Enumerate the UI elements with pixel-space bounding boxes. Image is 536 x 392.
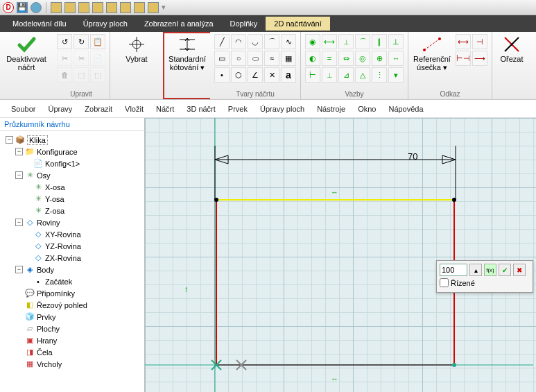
menu-view[interactable]: Zobrazit	[85, 105, 112, 113]
fx-button[interactable]: f(x)	[484, 264, 496, 276]
edit-btn-7[interactable]: 🗑	[57, 67, 72, 83]
tree-faces[interactable]: Plochy	[37, 325, 60, 333]
cancel-icon[interactable]: ✖	[513, 264, 526, 276]
qat-cube-icon-6[interactable]	[120, 2, 131, 13]
c-eq[interactable]: =	[322, 51, 337, 66]
c-14[interactable]: ⟂	[322, 67, 337, 83]
menu-tools[interactable]: Nástroje	[317, 105, 345, 113]
tree-xy[interactable]: XY-Rovina	[45, 230, 81, 239]
tab-view[interactable]: Zobrazení a analýza	[136, 17, 222, 31]
tab-2d-sketch[interactable]: 2D načrtávání	[266, 17, 329, 31]
text-tool[interactable]: a	[281, 67, 296, 83]
c-15[interactable]: ⊿	[338, 67, 354, 83]
tree-config-item[interactable]: Konfig<1>	[45, 160, 80, 168]
arc3-tool[interactable]: ⌒	[264, 34, 279, 49]
c-16[interactable]: △	[355, 67, 370, 83]
spinner-up-icon[interactable]: ▴	[469, 264, 482, 276]
tree-root[interactable]: Klika	[27, 135, 48, 145]
tree-edges[interactable]: Hrany	[37, 336, 57, 345]
tab-surfaces[interactable]: Úpravy ploch	[75, 17, 136, 31]
arc-tool[interactable]: ◠	[231, 34, 246, 49]
ref-btn-4[interactable]: ⟶	[472, 51, 487, 66]
c-conc[interactable]: ◎	[355, 51, 370, 66]
tree-config[interactable]: Konfigurace	[37, 148, 78, 156]
c-perp[interactable]: ⊥	[388, 34, 404, 49]
tree-toggle[interactable]: −	[15, 171, 23, 179]
dimension-button[interactable]: Standardní kótování ▾	[165, 34, 209, 73]
edit-btn-9[interactable]: ⬚	[90, 67, 105, 83]
refline-button[interactable]: Referenční úsečka ▾	[413, 34, 451, 73]
tree-yz[interactable]: YZ-Rovina	[45, 242, 81, 250]
edit-btn-5[interactable]: ✂	[74, 51, 89, 66]
tree-section[interactable]: Řezový pohled	[37, 301, 87, 309]
edit-btn-6[interactable]: 📄	[90, 51, 105, 66]
menu-3dsketch[interactable]: 3D náčrt	[187, 105, 216, 113]
c-dist[interactable]: ↔	[388, 51, 404, 66]
dimension-input[interactable]	[440, 264, 467, 276]
menu-feature[interactable]: Prvek	[228, 105, 248, 113]
rect-tool[interactable]: ▭	[214, 51, 230, 66]
c-tan[interactable]: ⌒	[355, 34, 370, 49]
ref-btn-2[interactable]: ⊣	[472, 34, 487, 49]
menu-edit[interactable]: Úpravy	[48, 105, 72, 113]
c-18[interactable]: ▾	[388, 67, 404, 83]
menu-window[interactable]: Okno	[358, 105, 376, 113]
c-vert[interactable]: ⟂	[338, 34, 354, 49]
circle-tool[interactable]: ○	[231, 51, 246, 66]
tree-cela[interactable]: Čela	[37, 348, 53, 357]
tree-comments[interactable]: Připomínky	[37, 289, 75, 298]
menu-surfedit[interactable]: Úpravy ploch	[260, 105, 304, 113]
menu-insert[interactable]: Vložit	[125, 105, 144, 113]
c-coinc[interactable]: ◉	[305, 34, 320, 49]
qat-globe-icon[interactable]	[31, 2, 42, 13]
menu-file[interactable]: Soubor	[11, 105, 35, 113]
qat-cube-icon-4[interactable]	[92, 2, 103, 13]
c-mid[interactable]: ◐	[305, 51, 320, 66]
bezier-tool[interactable]: ≈	[264, 51, 279, 66]
tree-toggle[interactable]: −	[6, 136, 13, 144]
qat-cube-icon-5[interactable]	[106, 2, 117, 13]
tree-toggle[interactable]: −	[15, 219, 23, 226]
qat-save-icon[interactable]: 💾	[17, 2, 28, 13]
tree-features[interactable]: Prvky	[37, 313, 56, 321]
apply-icon[interactable]: ✔	[499, 264, 511, 276]
tree-bodies[interactable]: Body	[37, 266, 54, 274]
edit-btn-1[interactable]: ↺	[57, 34, 72, 49]
c-horiz[interactable]: ⟷	[322, 34, 337, 49]
menu-sketch[interactable]: Náčrt	[156, 105, 174, 113]
line-tool[interactable]: ╱	[214, 34, 230, 49]
qat-dropdown-icon[interactable]: ▾	[162, 3, 166, 12]
driven-checkbox[interactable]	[440, 278, 449, 287]
qat-cube-icon-2[interactable]	[64, 2, 76, 13]
select-button[interactable]: Vybrat	[114, 34, 159, 65]
tree-verts[interactable]: Vrcholy	[37, 360, 62, 368]
tree-xaxis[interactable]: X-osa	[45, 183, 65, 191]
dimension-text[interactable]: 70	[408, 151, 417, 162]
trim-button[interactable]: Ořezat	[496, 34, 527, 65]
hatch-tool[interactable]: ▦	[281, 51, 296, 66]
tree-origin[interactable]: Začátek	[45, 278, 72, 286]
spline-tool[interactable]: ∿	[281, 34, 296, 49]
qat-cube-icon-7[interactable]	[134, 2, 145, 13]
tab-addons[interactable]: Doplňky	[222, 17, 266, 31]
cross-tool[interactable]: ✕	[264, 67, 279, 83]
edit-btn-4[interactable]: ✂	[57, 51, 72, 66]
sketch-canvas[interactable]: ↔ ↔ ↕ 70 ▴ f(x) ✔ ✖ Řízené	[145, 118, 536, 392]
qat-cube-icon-3[interactable]	[78, 2, 89, 13]
tree-axes[interactable]: Osy	[37, 171, 51, 180]
ellipse-tool[interactable]: ⬭	[248, 51, 263, 66]
edit-btn-8[interactable]: ⬚	[74, 67, 89, 83]
ref-btn-3[interactable]: ⊢⊣	[456, 51, 471, 66]
menu-help[interactable]: Nápověda	[388, 105, 423, 113]
tree-planes[interactable]: Roviny	[37, 219, 60, 227]
tree-zaxis[interactable]: Z-osa	[45, 207, 64, 215]
c-par[interactable]: ∥	[372, 34, 387, 49]
ref-btn-1[interactable]: ⟷	[456, 34, 471, 49]
tree-zx[interactable]: ZX-Rovina	[45, 254, 81, 262]
c-sym[interactable]: ⇔	[338, 51, 354, 66]
c-17[interactable]: ⋮	[372, 67, 387, 83]
qat-cube-icon-8[interactable]	[148, 2, 159, 13]
edit-btn-3[interactable]: 📋	[90, 34, 105, 49]
edit-btn-2[interactable]: ↻	[74, 34, 89, 49]
poly-tool[interactable]: ⬡	[231, 67, 246, 83]
